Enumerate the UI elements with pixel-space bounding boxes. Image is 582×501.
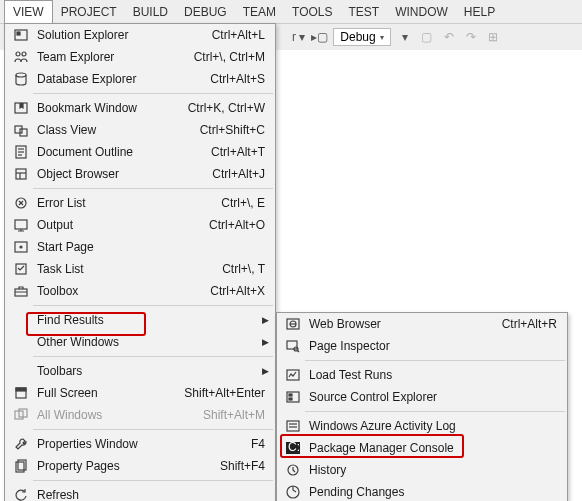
menu-item-shortcut: Ctrl+Shift+C [200, 123, 269, 137]
chevron-down-icon: ▾ [380, 33, 384, 42]
blank-icon [11, 334, 31, 350]
blank-icon [11, 363, 31, 379]
menu-item-source-control-explorer[interactable]: Source Control Explorer [277, 386, 567, 408]
menu-item-other-windows[interactable]: Other Windows▶ [5, 331, 275, 353]
menu-item-toolbox[interactable]: ToolboxCtrl+Alt+X [5, 280, 275, 302]
menu-item-package-manager-console[interactable]: C:\Package Manager Console [277, 437, 567, 459]
new-item-icon[interactable]: ▸▢ [311, 29, 327, 45]
menu-team[interactable]: TEAM [235, 1, 284, 23]
tb-icon-3: ↷ [463, 29, 479, 45]
menu-item-label: Page Inspector [303, 339, 561, 353]
menu-item-error-list[interactable]: Error ListCtrl+\, E [5, 192, 275, 214]
menu-item-find-results[interactable]: Find Results▶ [5, 309, 275, 331]
menu-item-team-explorer[interactable]: Team ExplorerCtrl+\, Ctrl+M [5, 46, 275, 68]
menu-item-label: Start Page [31, 240, 269, 254]
inspector-icon [283, 338, 303, 354]
menu-item-label: Object Browser [31, 167, 212, 181]
svg-rect-35 [287, 370, 299, 380]
menu-item-output[interactable]: OutputCtrl+Alt+O [5, 214, 275, 236]
tb-icon-2: ↶ [441, 29, 457, 45]
menu-item-label: Web Browser [303, 317, 502, 331]
menu-item-full-screen[interactable]: Full ScreenShift+Alt+Enter [5, 382, 275, 404]
svg-rect-1 [17, 32, 20, 35]
svg-point-3 [22, 52, 26, 56]
menu-item-load-test-runs[interactable]: Load Test Runs [277, 364, 567, 386]
toolbox-icon [11, 283, 31, 299]
menu-item-bookmark-window[interactable]: Bookmark WindowCtrl+K, Ctrl+W [5, 97, 275, 119]
menu-item-pending-changes[interactable]: Pending Changes [277, 481, 567, 501]
menu-debug[interactable]: DEBUG [176, 1, 235, 23]
output-icon [11, 217, 31, 233]
menu-item-label: Database Explorer [31, 72, 210, 86]
menu-test[interactable]: TEST [341, 1, 388, 23]
menu-item-shortcut: Ctrl+Alt+J [212, 167, 269, 181]
menu-item-page-inspector[interactable]: Page Inspector [277, 335, 567, 357]
svg-rect-37 [289, 394, 292, 396]
menu-item-label: Error List [31, 196, 221, 210]
browser-icon[interactable]: ▾ [397, 29, 413, 45]
view-menu: Solution ExplorerCtrl+Alt+LTeam Explorer… [4, 23, 276, 501]
menu-item-shortcut: Ctrl+Alt+T [211, 145, 269, 159]
menu-item-web-browser[interactable]: Web BrowserCtrl+Alt+R [277, 313, 567, 335]
history-icon [283, 462, 303, 478]
menu-item-shortcut: Ctrl+Alt+L [212, 28, 269, 42]
class-icon [11, 122, 31, 138]
pmc-icon: C:\ [283, 440, 303, 456]
menubar: VIEW PROJECT BUILD DEBUG TEAM TOOLS TEST… [0, 0, 582, 24]
menu-item-document-outline[interactable]: Document OutlineCtrl+Alt+T [5, 141, 275, 163]
menu-item-database-explorer[interactable]: Database ExplorerCtrl+Alt+S [5, 68, 275, 90]
menu-item-shortcut: Ctrl+K, Ctrl+W [188, 101, 269, 115]
menu-build[interactable]: BUILD [125, 1, 176, 23]
menu-item-label: Refresh [31, 488, 269, 501]
menu-item-property-pages[interactable]: Property PagesShift+F4 [5, 455, 275, 477]
menu-item-shortcut: Ctrl+Alt+O [209, 218, 269, 232]
menu-item-label: Load Test Runs [303, 368, 561, 382]
error-icon [11, 195, 31, 211]
menu-separator [305, 360, 565, 361]
menu-tools[interactable]: TOOLS [284, 1, 340, 23]
menu-item-object-browser[interactable]: Object BrowserCtrl+Alt+J [5, 163, 275, 185]
pages-icon [11, 458, 31, 474]
menu-item-class-view[interactable]: Class ViewCtrl+Shift+C [5, 119, 275, 141]
menu-item-toolbars[interactable]: Toolbars▶ [5, 360, 275, 382]
menu-separator [33, 93, 273, 94]
menu-item-all-windows: All WindowsShift+Alt+M [5, 404, 275, 426]
menu-item-label: Property Pages [31, 459, 220, 473]
menu-item-properties-window[interactable]: Properties WindowF4 [5, 433, 275, 455]
config-dropdown[interactable]: Debug ▾ [333, 28, 390, 46]
menu-item-shortcut: Shift+Alt+Enter [184, 386, 269, 400]
bookmark-icon [11, 100, 31, 116]
menu-item-label: Solution Explorer [31, 28, 212, 42]
svg-rect-12 [16, 169, 26, 179]
objbrowser-icon [11, 166, 31, 182]
menu-item-shortcut: Ctrl+\, T [222, 262, 269, 276]
db-icon [11, 71, 31, 87]
menu-item-shortcut: F4 [251, 437, 269, 451]
menu-item-shortcut: Shift+F4 [220, 459, 269, 473]
azure-icon [283, 418, 303, 434]
submenu-arrow-icon: ▶ [262, 337, 269, 347]
menu-view[interactable]: VIEW [4, 0, 53, 23]
menu-item-label: Other Windows [31, 335, 269, 349]
menu-item-label: Find Results [31, 313, 269, 327]
menu-window[interactable]: WINDOW [387, 1, 456, 23]
menu-item-history[interactable]: History [277, 459, 567, 481]
menu-help[interactable]: HELP [456, 1, 503, 23]
svg-rect-18 [15, 220, 27, 229]
menu-item-start-page[interactable]: Start Page [5, 236, 275, 258]
menu-item-windows-azure-activity-log[interactable]: Windows Azure Activity Log [277, 415, 567, 437]
menu-item-label: Document Outline [31, 145, 211, 159]
menu-item-solution-explorer[interactable]: Solution ExplorerCtrl+Alt+L [5, 24, 275, 46]
loadtest-icon [283, 367, 303, 383]
menu-item-refresh[interactable]: Refresh [5, 484, 275, 501]
config-label: Debug [340, 30, 375, 44]
menu-project[interactable]: PROJECT [53, 1, 125, 23]
pending-icon [283, 484, 303, 500]
menu-item-label: Toolbox [31, 284, 210, 298]
menu-item-task-list[interactable]: Task ListCtrl+\, T [5, 258, 275, 280]
menu-item-shortcut: Ctrl+\, Ctrl+M [194, 50, 269, 64]
menu-item-label: Pending Changes [303, 485, 561, 499]
svg-rect-38 [289, 398, 292, 400]
menu-item-label: Team Explorer [31, 50, 194, 64]
sourcectrl-icon [283, 389, 303, 405]
